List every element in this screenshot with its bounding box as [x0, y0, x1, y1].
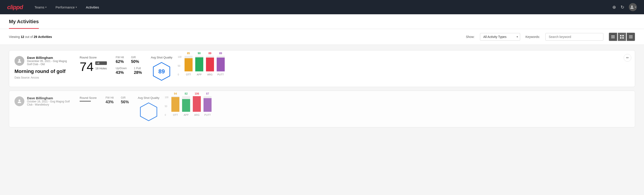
compact-view-button[interactable]	[626, 32, 635, 41]
gir-stat: GIR 50%	[131, 56, 139, 64]
svg-rect-8	[629, 35, 632, 36]
user-avatar[interactable]: ▾	[629, 3, 637, 11]
svg-rect-2	[611, 36, 615, 37]
gir-stat: GIR 56%	[121, 96, 129, 104]
fw-hit-stat: FW Hit 43%	[106, 96, 114, 104]
user-info: Dave Billingham December 05, 2021 - Gog …	[14, 56, 72, 66]
shot-quality-section: Avg Shot Quality 89 100	[151, 56, 225, 82]
round-score-section: Round Score	[80, 96, 96, 102]
user-name: Dave Billingham	[27, 96, 72, 100]
bar-chart: 100 50 0 94 OTT 82	[165, 96, 212, 116]
svg-rect-11	[629, 38, 632, 38]
avatar	[14, 56, 24, 66]
round-score-label: Round Score	[80, 96, 96, 100]
search-input[interactable]	[545, 33, 604, 40]
svg-marker-15	[140, 103, 157, 121]
refresh-icon[interactable]: ↻	[620, 4, 624, 10]
main-content: ✏ Dave Billingham December 05, 2021 - Go…	[0, 45, 644, 133]
bar-arg: 89 ARG	[206, 52, 214, 76]
bar-ott: 85 OTT	[184, 52, 192, 76]
hexagon-wrapper	[138, 102, 160, 122]
activity-card: Dave Billingham October 16, 2021 - Gog M…	[9, 90, 635, 128]
svg-point-14	[18, 100, 20, 101]
score-holes: 18 Holes	[95, 67, 107, 70]
svg-rect-6	[620, 37, 622, 38]
navbar: clippd Teams ▾ Performance ▾ Activities …	[0, 0, 644, 14]
stat-row-1: FW Hit 62% GIR 50%	[116, 56, 142, 64]
activity-card: ✏ Dave Billingham December 05, 2021 - Go…	[9, 50, 635, 87]
svg-point-0	[631, 6, 632, 7]
chevron-down-icon: ▾	[45, 6, 47, 9]
shot-quality-section: Avg Shot Quality 100	[138, 96, 212, 122]
bar-putt: 87 PUTT	[204, 92, 212, 116]
activity-type-select[interactable]: All Activity Types	[480, 33, 520, 40]
svg-rect-7	[622, 37, 624, 38]
score-badge: +4	[95, 61, 107, 65]
avatar	[14, 96, 24, 106]
hexagon-wrapper: 89	[151, 61, 172, 82]
filter-bar: Viewing 12 out of 29 Activities Show: Al…	[0, 29, 644, 45]
hexagon	[138, 102, 159, 122]
score-number: 74	[80, 60, 94, 73]
svg-rect-3	[611, 38, 615, 38]
sub-stats: FW Hit 43% GIR 56%	[106, 96, 129, 104]
bar-app: 90 APP	[195, 52, 203, 76]
nav-performance[interactable]: Performance ▾	[55, 4, 78, 11]
grid-view-button[interactable]	[618, 32, 626, 41]
svg-rect-10	[629, 37, 632, 38]
round-score-value: 74 +4 18 Holes	[80, 60, 107, 73]
round-score-section: Round Score 74 +4 18 Holes	[80, 56, 107, 73]
hexagon: 89	[152, 61, 172, 82]
user-date: October 16, 2021 - Gog Magog Golf Club -…	[27, 100, 72, 106]
user-info: Dave Billingham October 16, 2021 - Gog M…	[14, 96, 72, 106]
svg-rect-4	[620, 35, 622, 36]
chevron-down-icon: ▾	[76, 6, 77, 9]
add-icon[interactable]: ⊕	[612, 4, 616, 10]
edit-button[interactable]: ✏	[624, 54, 631, 62]
bar-putt: 89 PUTT	[217, 52, 225, 76]
hexagon-value: 89	[158, 68, 165, 75]
bar-ott: 94 OTT	[172, 92, 180, 116]
svg-rect-5	[622, 35, 624, 36]
bar-chart: 100 50 0 85 OTT	[178, 56, 225, 76]
score-partial	[80, 101, 91, 102]
activity-type-select-wrapper: All Activity Types ▾	[480, 33, 520, 40]
card-stats: Round Score FW Hit 43% GIR 56%	[80, 96, 630, 122]
navbar-right: ⊕ ↻ ▾	[612, 3, 637, 11]
updown-stat: Up/Down 43%	[116, 67, 127, 75]
activity-title: Morning round of golf	[14, 68, 72, 74]
logo[interactable]: clippd	[7, 4, 23, 11]
list-view-button[interactable]	[609, 32, 617, 41]
page-header: My Activities	[0, 14, 644, 29]
card-stats: Round Score 74 +4 18 Holes FW Hit 62%	[80, 56, 630, 82]
svg-point-12	[18, 59, 20, 61]
sub-stats: FW Hit 62% GIR 50% Up/Down 43% 1 Putt	[116, 56, 142, 75]
shot-quality-label: Avg Shot Quality	[138, 96, 160, 100]
page-title: My Activities	[9, 14, 39, 29]
nav-teams[interactable]: Teams ▾	[34, 4, 48, 11]
shot-quality-label: Avg Shot Quality	[151, 56, 172, 59]
svg-rect-1	[611, 36, 615, 36]
fw-hit-stat: FW Hit 62%	[116, 56, 124, 64]
viewing-text: Viewing 12 out of 29 Activities	[9, 35, 460, 38]
one-putt-stat: 1 Putt 28%	[134, 67, 142, 75]
show-label: Show:	[466, 35, 475, 38]
bar-arg: 106 ARG	[193, 92, 201, 116]
user-date: December 05, 2021 - Gog Magog Golf Club …	[27, 60, 72, 66]
svg-rect-9	[629, 36, 632, 36]
keywords-label: Keywords:	[526, 35, 540, 38]
nav-activities[interactable]: Activities	[85, 4, 100, 11]
card-left: Dave Billingham October 16, 2021 - Gog M…	[14, 96, 72, 109]
stat-row-2: Up/Down 43% 1 Putt 28%	[116, 67, 142, 75]
card-left: Dave Billingham December 05, 2021 - Gog …	[14, 56, 72, 79]
view-toggle	[609, 32, 635, 41]
data-source: Data Source: Arccos	[14, 76, 72, 79]
user-name: Dave Billingham	[27, 56, 72, 60]
bar-app: 82 APP	[182, 92, 190, 116]
round-score-label: Round Score	[80, 56, 107, 59]
